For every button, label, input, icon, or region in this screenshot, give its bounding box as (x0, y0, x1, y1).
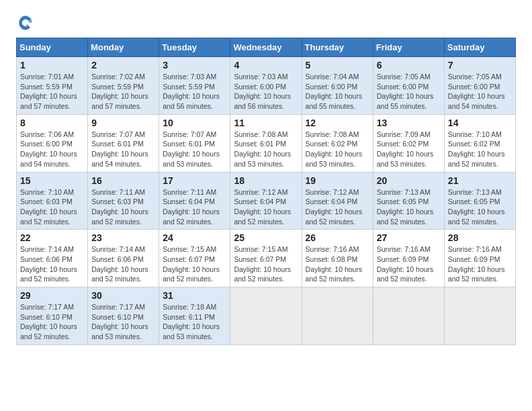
day-info: Sunrise: 7:07 AM Sunset: 6:01 PM Dayligh… (163, 130, 226, 169)
day-info: Sunrise: 7:04 AM Sunset: 6:00 PM Dayligh… (306, 72, 369, 111)
day-number: 2 (91, 60, 155, 71)
page-header (16, 13, 516, 32)
calendar-week-row: 8Sunrise: 7:06 AM Sunset: 6:00 PM Daylig… (17, 114, 516, 172)
day-number: 5 (306, 60, 369, 71)
calendar-cell (230, 287, 302, 345)
calendar-cell: 19Sunrise: 7:12 AM Sunset: 6:04 PM Dayli… (302, 172, 373, 230)
calendar-cell: 3Sunrise: 7:03 AM Sunset: 5:59 PM Daylig… (159, 57, 230, 115)
day-number: 20 (377, 175, 441, 186)
day-number: 19 (306, 175, 369, 186)
day-info: Sunrise: 7:12 AM Sunset: 6:04 PM Dayligh… (306, 187, 369, 227)
day-info: Sunrise: 7:15 AM Sunset: 6:07 PM Dayligh… (163, 244, 226, 284)
day-number: 11 (234, 118, 298, 128)
weekday-header: Tuesday (159, 38, 230, 57)
logo (16, 13, 38, 32)
day-number: 3 (163, 60, 226, 71)
day-number: 27 (377, 232, 441, 243)
day-info: Sunrise: 7:13 AM Sunset: 6:05 PM Dayligh… (448, 187, 512, 227)
weekday-header: Wednesday (230, 38, 302, 57)
day-info: Sunrise: 7:03 AM Sunset: 5:59 PM Dayligh… (163, 72, 226, 111)
day-number: 25 (234, 232, 298, 243)
day-info: Sunrise: 7:10 AM Sunset: 6:03 PM Dayligh… (20, 187, 84, 227)
calendar-cell: 15Sunrise: 7:10 AM Sunset: 6:03 PM Dayli… (17, 172, 88, 230)
day-info: Sunrise: 7:14 AM Sunset: 6:06 PM Dayligh… (91, 244, 155, 284)
calendar-cell: 5Sunrise: 7:04 AM Sunset: 6:00 PM Daylig… (302, 57, 373, 115)
day-info: Sunrise: 7:16 AM Sunset: 6:09 PM Dayligh… (448, 244, 512, 284)
logo-icon (16, 13, 35, 32)
calendar-cell: 24Sunrise: 7:15 AM Sunset: 6:07 PM Dayli… (159, 230, 230, 287)
day-number: 12 (306, 118, 369, 128)
calendar-cell: 10Sunrise: 7:07 AM Sunset: 6:01 PM Dayli… (159, 114, 230, 172)
day-info: Sunrise: 7:16 AM Sunset: 6:08 PM Dayligh… (306, 244, 369, 284)
day-info: Sunrise: 7:08 AM Sunset: 6:02 PM Dayligh… (306, 130, 369, 169)
day-number: 28 (448, 232, 512, 243)
day-number: 16 (91, 175, 155, 186)
calendar-header-row: SundayMondayTuesdayWednesdayThursdayFrid… (17, 38, 516, 57)
day-info: Sunrise: 7:06 AM Sunset: 6:00 PM Dayligh… (20, 130, 84, 169)
calendar-cell: 11Sunrise: 7:08 AM Sunset: 6:01 PM Dayli… (230, 114, 302, 172)
calendar-week-row: 1Sunrise: 7:01 AM Sunset: 5:59 PM Daylig… (17, 57, 516, 115)
day-number: 15 (20, 175, 84, 186)
day-number: 17 (163, 175, 226, 186)
calendar-cell: 4Sunrise: 7:03 AM Sunset: 6:00 PM Daylig… (230, 57, 302, 115)
day-info: Sunrise: 7:03 AM Sunset: 6:00 PM Dayligh… (234, 72, 298, 111)
calendar-cell: 28Sunrise: 7:16 AM Sunset: 6:09 PM Dayli… (444, 230, 515, 287)
day-info: Sunrise: 7:02 AM Sunset: 5:59 PM Dayligh… (91, 72, 155, 111)
day-number: 23 (91, 232, 155, 243)
day-number: 10 (163, 118, 226, 128)
calendar-cell: 31Sunrise: 7:18 AM Sunset: 6:11 PM Dayli… (159, 287, 230, 345)
day-info: Sunrise: 7:12 AM Sunset: 6:04 PM Dayligh… (234, 187, 298, 227)
calendar-cell: 16Sunrise: 7:11 AM Sunset: 6:03 PM Dayli… (88, 172, 159, 230)
calendar-cell: 25Sunrise: 7:15 AM Sunset: 6:07 PM Dayli… (230, 230, 302, 287)
calendar-cell: 7Sunrise: 7:05 AM Sunset: 6:00 PM Daylig… (444, 57, 515, 115)
calendar-cell: 1Sunrise: 7:01 AM Sunset: 5:59 PM Daylig… (17, 57, 88, 115)
day-info: Sunrise: 7:13 AM Sunset: 6:05 PM Dayligh… (377, 187, 441, 227)
weekday-header: Sunday (17, 38, 88, 57)
day-info: Sunrise: 7:16 AM Sunset: 6:09 PM Dayligh… (377, 244, 441, 284)
calendar-cell: 13Sunrise: 7:09 AM Sunset: 6:02 PM Dayli… (373, 114, 444, 172)
calendar-cell: 30Sunrise: 7:17 AM Sunset: 6:10 PM Dayli… (88, 287, 159, 345)
calendar-cell: 14Sunrise: 7:10 AM Sunset: 6:02 PM Dayli… (444, 114, 515, 172)
day-info: Sunrise: 7:17 AM Sunset: 6:10 PM Dayligh… (20, 302, 84, 342)
calendar-table: SundayMondayTuesdayWednesdayThursdayFrid… (16, 38, 516, 345)
day-number: 21 (448, 175, 512, 186)
calendar-week-row: 22Sunrise: 7:14 AM Sunset: 6:06 PM Dayli… (17, 230, 516, 287)
day-info: Sunrise: 7:11 AM Sunset: 6:04 PM Dayligh… (163, 187, 226, 227)
day-number: 13 (377, 118, 441, 128)
calendar-cell: 21Sunrise: 7:13 AM Sunset: 6:05 PM Dayli… (444, 172, 515, 230)
day-info: Sunrise: 7:14 AM Sunset: 6:06 PM Dayligh… (20, 244, 84, 284)
calendar-cell: 27Sunrise: 7:16 AM Sunset: 6:09 PM Dayli… (373, 230, 444, 287)
day-number: 6 (377, 60, 441, 71)
calendar-cell: 18Sunrise: 7:12 AM Sunset: 6:04 PM Dayli… (230, 172, 302, 230)
calendar-cell: 17Sunrise: 7:11 AM Sunset: 6:04 PM Dayli… (159, 172, 230, 230)
calendar-cell: 9Sunrise: 7:07 AM Sunset: 6:01 PM Daylig… (88, 114, 159, 172)
day-number: 22 (20, 232, 84, 243)
day-info: Sunrise: 7:09 AM Sunset: 6:02 PM Dayligh… (377, 130, 441, 169)
calendar-cell: 26Sunrise: 7:16 AM Sunset: 6:08 PM Dayli… (302, 230, 373, 287)
day-number: 29 (20, 290, 84, 301)
day-info: Sunrise: 7:07 AM Sunset: 6:01 PM Dayligh… (91, 130, 155, 169)
weekday-header: Saturday (444, 38, 515, 57)
weekday-header: Friday (373, 38, 444, 57)
calendar-week-row: 29Sunrise: 7:17 AM Sunset: 6:10 PM Dayli… (17, 287, 516, 345)
day-info: Sunrise: 7:18 AM Sunset: 6:11 PM Dayligh… (163, 302, 226, 342)
day-number: 24 (163, 232, 226, 243)
day-number: 31 (163, 290, 226, 301)
day-info: Sunrise: 7:05 AM Sunset: 6:00 PM Dayligh… (448, 72, 512, 111)
calendar-week-row: 15Sunrise: 7:10 AM Sunset: 6:03 PM Dayli… (17, 172, 516, 230)
day-info: Sunrise: 7:01 AM Sunset: 5:59 PM Dayligh… (20, 72, 84, 111)
calendar-cell: 6Sunrise: 7:05 AM Sunset: 6:00 PM Daylig… (373, 57, 444, 115)
calendar-cell: 20Sunrise: 7:13 AM Sunset: 6:05 PM Dayli… (373, 172, 444, 230)
calendar-cell: 8Sunrise: 7:06 AM Sunset: 6:00 PM Daylig… (17, 114, 88, 172)
day-number: 4 (234, 60, 298, 71)
day-number: 8 (20, 118, 84, 128)
calendar-cell: 23Sunrise: 7:14 AM Sunset: 6:06 PM Dayli… (88, 230, 159, 287)
day-number: 9 (91, 118, 155, 128)
day-info: Sunrise: 7:05 AM Sunset: 6:00 PM Dayligh… (377, 72, 441, 111)
calendar-cell: 2Sunrise: 7:02 AM Sunset: 5:59 PM Daylig… (88, 57, 159, 115)
calendar-cell (444, 287, 515, 345)
calendar-cell: 22Sunrise: 7:14 AM Sunset: 6:06 PM Dayli… (17, 230, 88, 287)
day-number: 14 (448, 118, 512, 128)
calendar-cell: 12Sunrise: 7:08 AM Sunset: 6:02 PM Dayli… (302, 114, 373, 172)
day-number: 18 (234, 175, 298, 186)
